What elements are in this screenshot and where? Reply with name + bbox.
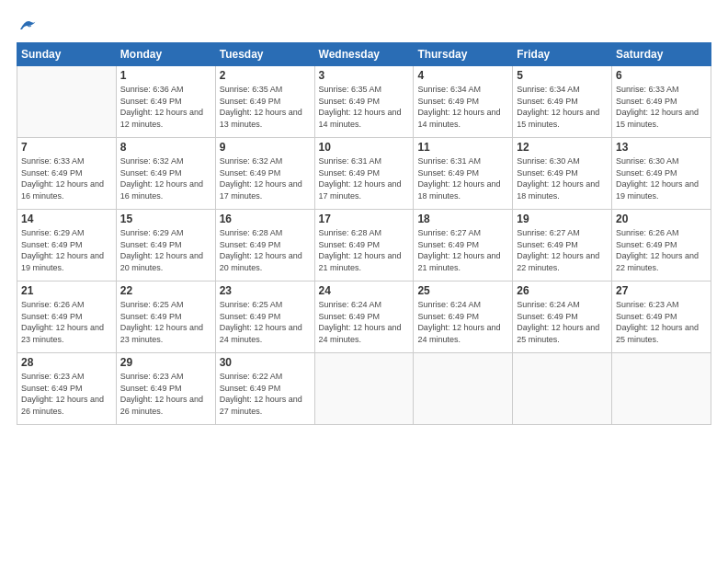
day-info: Sunrise: 6:22 AM Sunset: 6:49 PM Dayligh… [220, 371, 311, 417]
calendar-cell: 21Sunrise: 6:26 AM Sunset: 6:49 PM Dayli… [17, 282, 117, 353]
week-row-0: 1Sunrise: 6:36 AM Sunset: 6:49 PM Daylig… [17, 66, 711, 138]
calendar-cell: 12Sunrise: 6:30 AM Sunset: 6:49 PM Dayli… [513, 138, 612, 210]
day-number: 15 [120, 213, 211, 225]
calendar-cell: 8Sunrise: 6:32 AM Sunset: 6:49 PM Daylig… [116, 138, 215, 210]
day-number: 26 [517, 284, 608, 297]
day-info: Sunrise: 6:31 AM Sunset: 6:49 PM Dayligh… [417, 155, 508, 201]
day-number: 24 [319, 284, 410, 297]
calendar-cell: 9Sunrise: 6:32 AM Sunset: 6:49 PM Daylig… [215, 138, 314, 210]
day-info: Sunrise: 6:25 AM Sunset: 6:49 PM Dayligh… [220, 299, 311, 345]
day-number: 17 [319, 213, 410, 225]
day-number: 25 [417, 284, 508, 297]
calendar-cell: 10Sunrise: 6:31 AM Sunset: 6:49 PM Dayli… [314, 138, 414, 210]
day-number: 18 [417, 213, 508, 225]
calendar-header-row: SundayMondayTuesdayWednesdayThursdayFrid… [17, 43, 711, 66]
logo-bird-icon [18, 17, 39, 33]
day-number: 5 [517, 69, 608, 82]
logo [17, 17, 39, 33]
day-info: Sunrise: 6:23 AM Sunset: 6:49 PM Dayligh… [120, 371, 211, 417]
week-row-3: 21Sunrise: 6:26 AM Sunset: 6:49 PM Dayli… [17, 282, 711, 353]
calendar-cell [414, 353, 513, 425]
day-number: 14 [21, 213, 112, 225]
calendar-cell: 15Sunrise: 6:29 AM Sunset: 6:49 PM Dayli… [116, 210, 215, 282]
page: SundayMondayTuesdayWednesdayThursdayFrid… [0, 0, 728, 563]
day-info: Sunrise: 6:30 AM Sunset: 6:49 PM Dayligh… [517, 155, 608, 201]
header-sunday: Sunday [17, 43, 117, 66]
day-info: Sunrise: 6:26 AM Sunset: 6:49 PM Dayligh… [21, 299, 112, 345]
day-info: Sunrise: 6:33 AM Sunset: 6:49 PM Dayligh… [616, 84, 707, 130]
day-number: 1 [120, 69, 211, 82]
calendar-cell [612, 353, 711, 425]
day-info: Sunrise: 6:36 AM Sunset: 6:49 PM Dayligh… [120, 84, 211, 130]
calendar-cell [17, 66, 117, 138]
day-number: 23 [220, 284, 311, 297]
calendar-cell: 27Sunrise: 6:23 AM Sunset: 6:49 PM Dayli… [612, 282, 711, 353]
day-info: Sunrise: 6:32 AM Sunset: 6:49 PM Dayligh… [220, 155, 311, 201]
day-info: Sunrise: 6:35 AM Sunset: 6:49 PM Dayligh… [220, 84, 311, 130]
week-row-2: 14Sunrise: 6:29 AM Sunset: 6:49 PM Dayli… [17, 210, 711, 282]
day-number: 28 [21, 356, 112, 369]
header [17, 17, 711, 33]
calendar-cell: 25Sunrise: 6:24 AM Sunset: 6:49 PM Dayli… [414, 282, 513, 353]
day-number: 10 [319, 141, 410, 154]
day-info: Sunrise: 6:27 AM Sunset: 6:49 PM Dayligh… [517, 227, 608, 273]
week-row-1: 7Sunrise: 6:33 AM Sunset: 6:49 PM Daylig… [17, 138, 711, 210]
day-number: 19 [517, 213, 608, 225]
day-number: 12 [517, 141, 608, 154]
day-info: Sunrise: 6:33 AM Sunset: 6:49 PM Dayligh… [21, 155, 112, 201]
calendar-cell: 2Sunrise: 6:35 AM Sunset: 6:49 PM Daylig… [215, 66, 314, 138]
day-info: Sunrise: 6:34 AM Sunset: 6:49 PM Dayligh… [517, 84, 608, 130]
calendar-cell: 24Sunrise: 6:24 AM Sunset: 6:49 PM Dayli… [314, 282, 414, 353]
calendar-cell: 26Sunrise: 6:24 AM Sunset: 6:49 PM Dayli… [513, 282, 612, 353]
day-info: Sunrise: 6:29 AM Sunset: 6:49 PM Dayligh… [120, 227, 211, 273]
day-info: Sunrise: 6:23 AM Sunset: 6:49 PM Dayligh… [616, 299, 707, 345]
day-info: Sunrise: 6:31 AM Sunset: 6:49 PM Dayligh… [319, 155, 410, 201]
calendar-cell: 18Sunrise: 6:27 AM Sunset: 6:49 PM Dayli… [414, 210, 513, 282]
day-number: 13 [616, 141, 707, 154]
day-info: Sunrise: 6:32 AM Sunset: 6:49 PM Dayligh… [120, 155, 211, 201]
day-number: 30 [220, 356, 311, 369]
calendar-table: SundayMondayTuesdayWednesdayThursdayFrid… [17, 42, 711, 425]
day-info: Sunrise: 6:26 AM Sunset: 6:49 PM Dayligh… [616, 227, 707, 273]
day-number: 16 [220, 213, 311, 225]
day-number: 3 [319, 69, 410, 82]
day-info: Sunrise: 6:25 AM Sunset: 6:49 PM Dayligh… [120, 299, 211, 345]
header-wednesday: Wednesday [314, 43, 414, 66]
day-info: Sunrise: 6:23 AM Sunset: 6:49 PM Dayligh… [21, 371, 112, 417]
day-info: Sunrise: 6:24 AM Sunset: 6:49 PM Dayligh… [319, 299, 410, 345]
day-number: 9 [220, 141, 311, 154]
calendar-cell: 6Sunrise: 6:33 AM Sunset: 6:49 PM Daylig… [612, 66, 711, 138]
calendar-cell [314, 353, 414, 425]
day-number: 20 [616, 213, 707, 225]
calendar-cell: 13Sunrise: 6:30 AM Sunset: 6:49 PM Dayli… [612, 138, 711, 210]
header-monday: Monday [116, 43, 215, 66]
calendar-cell: 1Sunrise: 6:36 AM Sunset: 6:49 PM Daylig… [116, 66, 215, 138]
day-info: Sunrise: 6:29 AM Sunset: 6:49 PM Dayligh… [21, 227, 112, 273]
day-number: 7 [21, 141, 112, 154]
calendar-cell [513, 353, 612, 425]
day-number: 8 [120, 141, 211, 154]
day-info: Sunrise: 6:35 AM Sunset: 6:49 PM Dayligh… [319, 84, 410, 130]
day-number: 27 [616, 284, 707, 297]
calendar-cell: 22Sunrise: 6:25 AM Sunset: 6:49 PM Dayli… [116, 282, 215, 353]
day-info: Sunrise: 6:28 AM Sunset: 6:49 PM Dayligh… [220, 227, 311, 273]
calendar-cell: 3Sunrise: 6:35 AM Sunset: 6:49 PM Daylig… [314, 66, 414, 138]
logo-text [17, 17, 39, 33]
calendar-cell: 4Sunrise: 6:34 AM Sunset: 6:49 PM Daylig… [414, 66, 513, 138]
header-friday: Friday [513, 43, 612, 66]
calendar-cell: 5Sunrise: 6:34 AM Sunset: 6:49 PM Daylig… [513, 66, 612, 138]
calendar-cell: 7Sunrise: 6:33 AM Sunset: 6:49 PM Daylig… [17, 138, 117, 210]
calendar-cell: 16Sunrise: 6:28 AM Sunset: 6:49 PM Dayli… [215, 210, 314, 282]
calendar-cell: 28Sunrise: 6:23 AM Sunset: 6:49 PM Dayli… [17, 353, 117, 425]
day-info: Sunrise: 6:28 AM Sunset: 6:49 PM Dayligh… [319, 227, 410, 273]
day-number: 4 [417, 69, 508, 82]
day-number: 29 [120, 356, 211, 369]
week-row-4: 28Sunrise: 6:23 AM Sunset: 6:49 PM Dayli… [17, 353, 711, 425]
day-number: 2 [220, 69, 311, 82]
day-number: 22 [120, 284, 211, 297]
day-info: Sunrise: 6:24 AM Sunset: 6:49 PM Dayligh… [417, 299, 508, 345]
calendar-cell: 29Sunrise: 6:23 AM Sunset: 6:49 PM Dayli… [116, 353, 215, 425]
calendar-cell: 30Sunrise: 6:22 AM Sunset: 6:49 PM Dayli… [215, 353, 314, 425]
calendar-cell: 23Sunrise: 6:25 AM Sunset: 6:49 PM Dayli… [215, 282, 314, 353]
day-number: 21 [21, 284, 112, 297]
